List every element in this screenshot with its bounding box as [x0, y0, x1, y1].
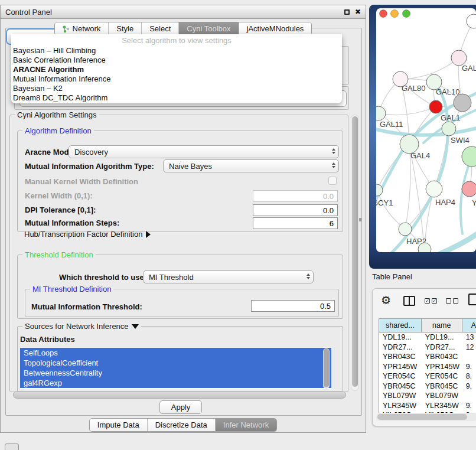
table-row[interactable]: YBR043CYBR043C	[379, 352, 476, 362]
stepper-arrows-icon	[307, 273, 310, 279]
file-icon[interactable]	[468, 294, 476, 305]
table-row[interactable]: YPR145WYPR145W9.	[379, 362, 476, 372]
kernel-width-field[interactable]: 0.0	[253, 190, 338, 202]
table-cell: YBL079W	[379, 391, 422, 401]
close-icon[interactable]: ✖	[355, 8, 361, 15]
node-HAP2[interactable]	[399, 223, 412, 236]
network-icon	[63, 25, 70, 32]
table-panel-title: Table Panel	[372, 272, 412, 281]
table-horizontal-scrollbar[interactable]	[376, 413, 476, 421]
node-label-GAL10: GAL10	[436, 87, 459, 96]
tab-network[interactable]: Network	[55, 22, 109, 35]
attribute-item-gal4rgexp[interactable]: gal4RGexp	[20, 378, 331, 388]
column-header-name[interactable]: name	[422, 319, 462, 332]
table-row[interactable]: YLR345WYLR345W9.	[379, 401, 476, 411]
minimize-traffic-icon[interactable]	[391, 10, 399, 18]
column-header-a[interactable]: A	[462, 319, 476, 332]
tab-label: Infer Network	[223, 420, 269, 429]
node-label-GAL4: GAL4	[410, 151, 430, 160]
dropdown-item-bayesian-hill-climbing[interactable]: Bayesian – Hill Climbing	[11, 46, 342, 56]
table-cell: YBR043C	[422, 352, 462, 362]
splitpane-divider-handle[interactable]	[359, 218, 361, 221]
mi-steps-field[interactable]: 6	[253, 217, 338, 229]
hub-definition-label: Hub/Transcription Factor Definition	[24, 230, 142, 239]
node-HAP4[interactable]	[426, 181, 442, 197]
algorithm-definition-title: Algorithm Definition	[22, 126, 94, 135]
table-row[interactable]: YDR27...YDR27...12	[379, 343, 476, 353]
tab-select[interactable]: Select	[141, 22, 178, 35]
dpi-tolerance-field[interactable]: 0.0	[253, 204, 338, 216]
tab-cyni-toolbox[interactable]: Cyni Toolbox	[178, 22, 238, 35]
cyni-algorithm-settings-group: Cyni Algorithm Settings Algorithm Defini…	[9, 115, 348, 392]
sources-title[interactable]: Sources for Network Inference	[22, 322, 141, 331]
node-label-HAP4: HAP4	[435, 198, 455, 207]
node-GCY1[interactable]	[371, 184, 383, 196]
attributes-list-scrollbar[interactable]	[323, 348, 330, 389]
attribute-item-topologicalcoefficient[interactable]: TopologicalCoefficient	[20, 358, 331, 368]
tab-jactivemnodules[interactable]: jActiveMNodules	[239, 22, 312, 35]
bottom-left-panel-button[interactable]	[5, 444, 19, 450]
node-label-GAL80: GAL80	[402, 84, 425, 93]
table-row[interactable]: YDL19...YDL19...13	[379, 332, 476, 343]
node-GAL1[interactable]	[429, 100, 442, 113]
settings-horizontal-scrollbar[interactable]	[13, 391, 346, 399]
mi-type-value: Naive Bayes	[169, 162, 212, 171]
node-label-pink-right: Y	[472, 198, 476, 207]
table-cell: YDL19...	[379, 332, 422, 343]
float-window-icon[interactable]	[344, 9, 350, 15]
dropdown-item-aracne-algorithm[interactable]: ARACNE Algorithm	[11, 65, 342, 74]
mi-threshold-definition-title: MI Threshold Definition	[30, 285, 113, 294]
column-header-shared[interactable]: shared...	[379, 319, 422, 332]
gear-icon[interactable]: ⚙	[381, 294, 391, 307]
control-panel-window: Control Panel ✖ galFiltered.sif default …	[0, 5, 366, 433]
node-gray-node[interactable]	[454, 94, 471, 112]
table-cell: YDR27...	[422, 343, 462, 353]
table-cell: YBR043C	[379, 352, 422, 362]
tab-label: Select	[149, 24, 171, 33]
node-bottom-green[interactable]	[418, 243, 431, 256]
node-pink-right[interactable]	[462, 181, 476, 197]
stepper-arrows-icon	[332, 148, 335, 154]
data-attributes-label: Data Attributes	[20, 335, 75, 344]
select-all-checkboxes-icon[interactable]: ✓✓	[425, 298, 437, 304]
control-panel-titlebar: Control Panel ✖	[1, 5, 366, 19]
attribute-item-selfloops[interactable]: SelfLoops	[20, 348, 331, 358]
columns-icon[interactable]	[403, 296, 415, 306]
table-row[interactable]: YBL079WYBL079W	[379, 391, 476, 401]
attribute-item-betweennesscentrality[interactable]: BetweennessCentrality	[20, 368, 331, 378]
data-attributes-list[interactable]: SelfLoopsTopologicalCoefficientBetweenne…	[20, 348, 331, 389]
node-label-GCY1: GCY1	[372, 198, 393, 207]
node-SWI4[interactable]	[442, 122, 456, 136]
table-cell: 9.	[462, 362, 476, 372]
mi-type-select[interactable]: Naive Bayes	[163, 159, 339, 172]
window-title: Control Panel	[5, 8, 52, 17]
settings-vertical-scrollbar[interactable]	[351, 115, 359, 391]
stepper-arrows-icon	[332, 162, 335, 168]
tab-style[interactable]: Style	[108, 22, 141, 35]
mi-steps-label: Mutual Information Steps:	[25, 219, 119, 227]
table-row[interactable]: YBR045CYBR045C9.	[379, 381, 476, 392]
apply-button[interactable]: Apply	[159, 400, 202, 414]
node-label-GAL1: GAL1	[441, 113, 460, 122]
hub-definition-expander[interactable]: Hub/Transcription Factor Definition	[24, 230, 151, 239]
sources-title-text: Sources for Network Inference	[25, 322, 129, 331]
table-row[interactable]: YER054CYER054C8.	[379, 371, 476, 381]
which-threshold-select[interactable]: MI Threshold	[143, 270, 314, 283]
manual-kernel-checkbox[interactable]	[328, 177, 337, 185]
mi-threshold-field[interactable]: 0.5	[251, 300, 335, 312]
node-GAL11[interactable]	[371, 106, 386, 120]
zoom-traffic-icon[interactable]	[403, 10, 410, 18]
dropdown-item-mutual-information-inference[interactable]: Mutual Information Inference	[11, 74, 342, 84]
close-traffic-icon[interactable]	[380, 10, 387, 18]
aracne-mode-select[interactable]: Discovery	[69, 145, 339, 158]
dropdown-item-bayesian-k2[interactable]: Bayesian – K2	[11, 84, 342, 93]
deselect-all-checkboxes-icon[interactable]	[446, 298, 458, 304]
tab-impute-data[interactable]: Impute Data	[90, 419, 147, 431]
table-cell: YBL079W	[422, 391, 462, 401]
dropdown-item-basic-correlation-inference[interactable]: Basic Correlation Inference	[11, 56, 342, 65]
dropdown-item-dream8-dc-tdc-algorithm[interactable]: Dream8 DC_TDC Algorithm	[11, 93, 342, 103]
node-table[interactable]: shared...nameAYDL19...YDL19...13YDR27...…	[379, 318, 476, 413]
tab-infer-network[interactable]: Infer Network	[215, 419, 276, 431]
tab-discretize-data[interactable]: Discretize Data	[147, 419, 215, 431]
network-canvas[interactable]: GALGAL80GAL10GAL1GAL11SWI4GAL4GCY1HAP4YH…	[369, 5, 476, 269]
